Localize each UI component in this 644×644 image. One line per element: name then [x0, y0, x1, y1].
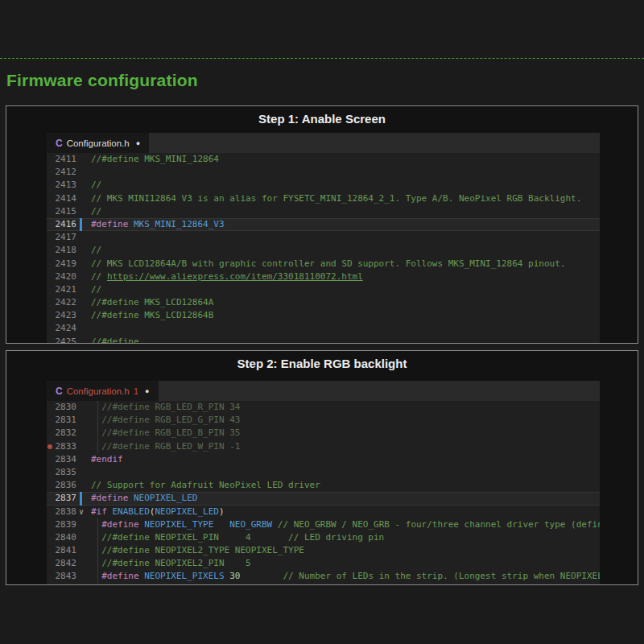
line-number: 2416	[47, 218, 91, 231]
page-title: Firmware configuration	[6, 71, 198, 90]
line-number: 2835	[47, 466, 91, 479]
code-text: // MKS MINI12864 V3 is an alias for FYSE…	[91, 192, 600, 205]
code-line: 2841 //#define NEOPIXEL2_TYPE NEOPIXEL_T…	[47, 544, 600, 557]
line-number: 2424	[47, 322, 91, 335]
line-number: 2417	[47, 231, 91, 244]
code-line: 2416#define MKS_MINI_12864_V3	[47, 218, 600, 231]
code-line: 2838∨#if ENABLED(NEOPIXEL_LED)	[47, 506, 600, 518]
tab-configuration-h[interactable]: C Configuration.h ●	[47, 133, 149, 153]
modified-line-indicator	[80, 218, 82, 231]
code-area: 2411//#define MKS_MINI_1286424122413//24…	[47, 153, 600, 343]
line-number: 2832	[47, 427, 91, 440]
code-line: 2415//	[47, 205, 600, 218]
code-text	[91, 466, 600, 479]
code-text: //#define RGB_LED_G_PIN 43	[91, 414, 600, 427]
code-text: #define NEOPIXEL_TYPE NEO_GRBW // NEO_GR…	[91, 518, 600, 531]
code-text: // https://www.aliexpress.com/item/33018…	[91, 270, 600, 283]
line-number: 2423	[47, 309, 91, 322]
code-line: 2413//	[47, 179, 600, 192]
code-line: 2835	[47, 466, 600, 479]
code-text: //	[91, 205, 600, 218]
code-line: 2831 //#define RGB_LED_G_PIN 43	[47, 414, 600, 427]
code-text	[91, 231, 600, 244]
line-number: 2413	[47, 179, 91, 192]
code-text: // MKS LCD12864A/B with graphic controll…	[91, 258, 600, 270]
code-line: 2833 //#define RGB_LED_W_PIN -1	[47, 440, 600, 453]
code-line: 2421//	[47, 283, 600, 296]
editor-tab-bar: C Configuration.h ●	[47, 133, 600, 153]
code-line: 2839 #define NEOPIXEL_TYPE NEO_GRBW // N…	[47, 518, 600, 531]
line-number: 2843	[47, 570, 91, 583]
c-language-icon: C	[56, 138, 63, 149]
code-text: #if ENABLED(NEOPIXEL_LED)	[91, 506, 600, 518]
code-editor-screenshot-1: C Configuration.h ● 2411//#define MKS_MI…	[47, 133, 600, 343]
code-text: //#define NEOPIXEL_PIN 4 // LED driving …	[91, 531, 600, 544]
code-text: //	[91, 179, 600, 192]
line-number: 2834	[47, 453, 91, 466]
code-line: 2412	[47, 166, 600, 179]
line-number: 2420	[47, 270, 91, 283]
code-text: //#define RGB_LED_W_PIN -1	[91, 440, 600, 453]
code-text: #define NEOPIXEL_LED	[91, 492, 600, 505]
line-number: 2833	[47, 440, 91, 453]
tab-configuration-h[interactable]: C Configuration.h 1 ●	[47, 381, 159, 401]
code-text: //#define NEOPIXEL2_TYPE NEOPIXEL_TYPE	[91, 544, 600, 557]
line-number: 2412	[47, 166, 91, 179]
code-line: 2834#endif	[47, 453, 600, 466]
code-line: 2420// https://www.aliexpress.com/item/3…	[47, 270, 600, 283]
code-text: //#define MKS_LCD12864A	[91, 296, 600, 309]
code-line: 2417	[47, 231, 600, 244]
line-number: 2842	[47, 557, 91, 570]
code-text: //#define	[91, 336, 600, 343]
line-number: 2838	[47, 506, 91, 518]
code-text	[91, 322, 600, 335]
line-number: 2837	[47, 492, 91, 505]
code-line: 2830 //#define RGB_LED_R_PIN 34	[47, 401, 600, 414]
fold-chevron-icon[interactable]: ∨	[79, 506, 84, 518]
tab-badge: 1	[134, 386, 138, 396]
code-text: //#define RGB_LED_B_PIN 35	[91, 427, 600, 440]
modified-dot-icon[interactable]: ●	[145, 387, 149, 395]
code-text: //	[91, 283, 600, 296]
code-line: 2422//#define MKS_LCD12864A	[47, 296, 600, 309]
step-2-heading: Step 2: Enable RGB backlight	[6, 351, 638, 370]
code-line: 2423//#define MKS_LCD12864B	[47, 309, 600, 322]
c-language-icon: C	[56, 386, 63, 397]
step-2-panel: Step 2: Enable RGB backlight C Configura…	[6, 350, 638, 585]
tab-filename: Configuration.h	[67, 386, 130, 396]
comment-link[interactable]: https://www.aliexpress.com/item/33018110…	[107, 271, 363, 282]
code-text: //	[91, 244, 600, 257]
step-1-heading: Step 1: Anable Screen	[6, 106, 638, 126]
line-number: 2422	[47, 296, 91, 309]
editor-tab-bar: C Configuration.h 1 ●	[47, 381, 600, 401]
line-number: 2830	[47, 401, 91, 414]
code-editor-screenshot-2: C Configuration.h 1 ● 2830 //#define RGB…	[47, 381, 600, 584]
line-number: 2414	[47, 192, 91, 205]
code-text: //#define MKS_MINI_12864	[91, 153, 600, 166]
code-text: // Support for Adafruit NeoPixel LED dri…	[91, 479, 600, 492]
code-text: #define MKS_MINI_12864_V3	[91, 218, 600, 231]
step-1-panel: Step 1: Anable Screen C Configuration.h …	[6, 105, 638, 344]
line-number: 2419	[47, 258, 91, 270]
line-number: 2415	[47, 205, 91, 218]
code-area: 2830 //#define RGB_LED_R_PIN 342831 //#d…	[47, 401, 600, 584]
modified-dot-icon[interactable]: ●	[136, 139, 140, 147]
error-marker-icon	[47, 444, 52, 449]
code-line: 2419// MKS LCD12864A/B with graphic cont…	[47, 258, 600, 270]
code-line: 2842 //#define NEOPIXEL2_PIN 5	[47, 557, 600, 570]
line-number: 2418	[47, 244, 91, 257]
line-number: 2840	[47, 531, 91, 544]
line-number: 2425	[47, 336, 91, 343]
code-line: 2832 //#define RGB_LED_B_PIN 35	[47, 427, 600, 440]
code-text: //#define RGB_LED_R_PIN 34	[91, 401, 600, 414]
code-line: 2424	[47, 322, 600, 335]
dashed-divider	[0, 58, 644, 59]
line-number: 2421	[47, 283, 91, 296]
code-line: 2411//#define MKS_MINI_12864	[47, 153, 600, 166]
modified-line-indicator	[80, 492, 82, 505]
code-text: #define NEOPIXEL_PIXELS 30 // Number of …	[91, 570, 600, 583]
line-number: 2841	[47, 544, 91, 557]
code-text: //#define MKS_LCD12864B	[91, 309, 600, 322]
line-number: 2411	[47, 153, 91, 166]
code-line: 2843 #define NEOPIXEL_PIXELS 30 // Numbe…	[47, 570, 600, 583]
